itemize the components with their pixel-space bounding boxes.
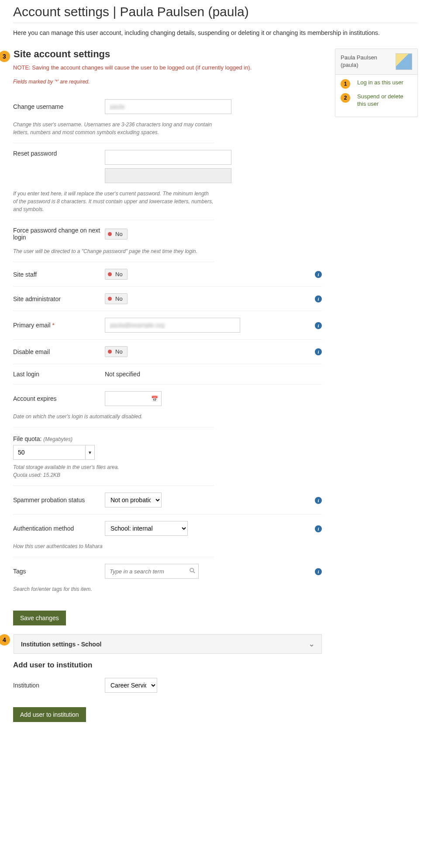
search-icon <box>190 568 195 575</box>
spammer-label: Spammer probation status <box>13 496 105 503</box>
admin-toggle[interactable]: No <box>105 293 128 304</box>
info-icon[interactable]: i <box>315 295 322 302</box>
tags-label: Tags <box>13 568 105 575</box>
login-as-link[interactable]: Log in as this user <box>357 79 403 87</box>
quota-dropdown[interactable]: ▼ <box>85 445 95 460</box>
info-icon[interactable]: i <box>315 322 322 329</box>
user-card: Paula Paulsen (paula) 1 Log in as this u… <box>335 49 418 117</box>
required-hint: Fields marked by '*' are required. <box>13 79 322 85</box>
logout-note: NOTE: Saving the account changes will ca… <box>13 64 322 71</box>
spammer-select[interactable]: Not on probation <box>105 493 162 507</box>
info-icon[interactable]: i <box>315 497 322 504</box>
resetpw-help: If you enter text here, it will replace … <box>13 190 214 220</box>
expires-help: Date on which the user's login is automa… <box>13 413 214 427</box>
authmethod-help: How this user authenticates to Mahara <box>13 542 214 557</box>
add-institution-button[interactable]: Add user to institution <box>13 707 86 722</box>
staff-label: Site staff <box>13 271 105 278</box>
save-button[interactable]: Save changes <box>13 611 66 625</box>
page-title: Account settings | Paula Paulsen (paula) <box>13 4 418 19</box>
info-icon[interactable]: i <box>315 271 322 278</box>
institution-field-label: Institution <box>13 682 105 689</box>
authmethod-label: Authentication method <box>13 525 105 532</box>
tags-help: Search for/enter tags for this item. <box>13 585 214 600</box>
resetpw-input[interactable] <box>105 150 231 165</box>
forcepw-label: Force password change on next login <box>13 227 105 241</box>
quota-input[interactable] <box>13 445 85 460</box>
username-label: Change username <box>13 103 105 110</box>
add-user-heading: Add user to institution <box>13 661 322 670</box>
admin-label: Site administrator <box>13 295 105 302</box>
forcepw-help: The user will be directed to a "Change p… <box>13 247 214 262</box>
section-heading: Site account settings <box>14 49 110 60</box>
callout-2: 2 <box>341 93 350 103</box>
tags-input[interactable] <box>105 564 199 579</box>
svg-point-0 <box>190 568 193 572</box>
avatar <box>396 53 412 70</box>
lastlogin-label: Last login <box>13 371 105 378</box>
username-help: Change this user's username. Usernames a… <box>13 121 214 143</box>
authmethod-select[interactable]: School: internal <box>105 521 188 536</box>
calendar-icon[interactable]: 📅 <box>151 396 158 402</box>
svg-line-1 <box>193 572 195 573</box>
page-intro: Here you can manage this user account, i… <box>13 28 418 38</box>
quota-help: Total storage available in the user's fi… <box>13 463 214 486</box>
disable-email-toggle[interactable]: No <box>105 346 128 357</box>
staff-toggle[interactable]: No <box>105 269 128 280</box>
quota-label: File quota: <box>13 435 41 442</box>
resetpw-confirm-input[interactable] <box>105 168 231 183</box>
username-input[interactable] <box>105 99 231 114</box>
info-icon[interactable]: i <box>315 525 322 532</box>
institution-panel-header[interactable]: Institution settings - School ⌄ <box>14 634 322 654</box>
disable-email-label: Disable email <box>13 348 105 355</box>
quota-unit: (Megabytes) <box>43 436 72 442</box>
callout-4: 4 <box>0 634 10 646</box>
user-card-name: Paula Paulsen (paula) <box>341 54 392 69</box>
chevron-down-icon: ⌄ <box>309 640 314 648</box>
institution-select[interactable]: Career Service <box>105 678 157 693</box>
callout-3: 3 <box>0 51 10 62</box>
resetpw-label: Reset password <box>13 150 105 157</box>
info-icon[interactable]: i <box>315 348 322 355</box>
institution-panel-title: Institution settings - School <box>21 641 101 648</box>
lastlogin-value: Not specified <box>105 371 140 378</box>
email-input[interactable] <box>105 318 240 333</box>
info-icon[interactable]: i <box>315 568 322 575</box>
expires-label: Account expires <box>13 395 105 402</box>
callout-1: 1 <box>341 79 350 89</box>
forcepw-toggle[interactable]: No <box>105 229 128 240</box>
email-label: Primary email * <box>13 322 105 329</box>
suspend-delete-link[interactable]: Suspend or delete this user <box>357 93 412 108</box>
